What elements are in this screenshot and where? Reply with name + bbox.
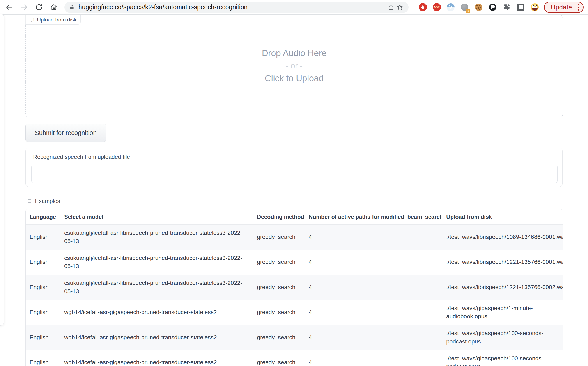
cookie-icon [475, 3, 482, 11]
table-row[interactable]: Englishcsukuangfj/icefall-asr-librispeec… [26, 250, 563, 275]
table-row[interactable]: Englishwgb14/icefall-asr-gigaspeech-prun… [26, 350, 563, 366]
forward-icon [20, 3, 28, 11]
table-cell: 4 [305, 350, 442, 366]
table-cell: 4 [305, 300, 442, 325]
examples-label: Examples [35, 198, 60, 205]
smiley-face-icon [531, 3, 539, 11]
table-cell: ./test_wavs/librispeech/1221-135766-0001… [442, 250, 563, 275]
lock-icon[interactable] [69, 4, 75, 10]
reload-button[interactable] [34, 2, 44, 12]
table-cell: 4 [305, 225, 442, 250]
abp-icon: ABP [433, 3, 441, 11]
table-cell: 4 [305, 275, 442, 300]
back-button[interactable] [4, 2, 14, 12]
table-header-row: LanguageSelect a modelDecoding methodNum… [26, 209, 563, 224]
recognized-speech-textbox[interactable] [31, 165, 558, 183]
menu-dots-icon[interactable] [578, 3, 579, 11]
audio-dropzone[interactable]: Drop Audio Here - or - Click to Upload [25, 15, 563, 117]
home-icon [50, 3, 58, 11]
examples-header: Examples [26, 198, 60, 205]
extensions-bar: ABP V 1 [413, 3, 539, 12]
list-icon [26, 198, 31, 204]
table-cell: ./test_wavs/gigaspeech/100-seconds-podca… [442, 325, 563, 350]
extension-adblock-hand[interactable] [418, 3, 427, 12]
home-button[interactable] [49, 2, 59, 12]
content-right-scroll-edge[interactable] [567, 15, 568, 366]
output-label: Recognized speech from uploaded file [33, 154, 130, 160]
browser-toolbar: huggingface.co/spaces/k2-fsa/automatic-s… [0, 0, 588, 15]
address-bar[interactable]: huggingface.co/spaces/k2-fsa/automatic-s… [64, 1, 409, 13]
table-cell: greedy_search [253, 250, 305, 275]
recognized-speech-panel: Recognized speech from uploaded file [25, 148, 563, 187]
back-icon [5, 3, 13, 11]
table-cell: ./test_wavs/librispeech/1221-135766-0002… [442, 275, 563, 300]
extension-github[interactable] [488, 3, 497, 12]
notification-badge: 1 [466, 8, 470, 13]
submit-for-recognition-button[interactable]: Submit for recognition [25, 124, 106, 142]
table-cell: 4 [305, 325, 442, 350]
reload-icon [35, 3, 43, 11]
bookmark-button[interactable] [395, 3, 404, 12]
star-icon [396, 4, 403, 11]
table-cell: ./test_wavs/gigaspeech/1-minute-audioboo… [442, 300, 563, 325]
table-row[interactable]: Englishwgb14/icefall-asr-gigaspeech-prun… [26, 325, 563, 350]
tab-upload-from-disk[interactable]: ♫ Upload from disk [25, 15, 81, 24]
table-cell: English [26, 325, 60, 350]
content-left-border [22, 15, 22, 366]
column-header: Number of active paths for modified_beam… [305, 209, 442, 224]
table-cell: English [26, 275, 60, 300]
forward-button[interactable] [19, 2, 29, 12]
table-cell: greedy_search [253, 325, 305, 350]
extension-cookie[interactable] [474, 3, 483, 12]
table-cell: csukuangfj/icefall-asr-librispeech-prune… [60, 250, 253, 275]
dropzone-text: Drop Audio Here - or - Click to Upload [26, 48, 563, 83]
table-cell: 4 [305, 250, 442, 275]
table-cell: greedy_search [253, 225, 305, 250]
extension-smiley[interactable] [530, 3, 539, 12]
column-header: Upload from disk [442, 209, 563, 224]
extension-window[interactable] [516, 3, 525, 12]
table-cell: English [26, 300, 60, 325]
v-icon: V [447, 3, 455, 11]
github-icon [489, 3, 497, 11]
examples-table: LanguageSelect a modelDecoding methodNum… [25, 209, 563, 366]
table-cell: English [26, 250, 60, 275]
table-body: Englishcsukuangfj/icefall-asr-librispeec… [26, 224, 563, 366]
column-header: Select a model [60, 209, 253, 224]
table-cell: English [26, 350, 60, 366]
window-frame-icon [517, 3, 524, 11]
extension-notification[interactable]: 1 [460, 3, 469, 12]
extension-puzzle[interactable] [502, 3, 511, 12]
table-cell: csukuangfj/icefall-asr-librispeech-prune… [60, 225, 253, 250]
table-row[interactable]: Englishcsukuangfj/icefall-asr-librispeec… [26, 274, 563, 300]
update-label: Update [551, 3, 572, 11]
table-row[interactable]: Englishwgb14/icefall-asr-gigaspeech-prun… [26, 300, 563, 325]
tab-label: Upload from disk [37, 17, 76, 23]
table-cell: greedy_search [253, 350, 305, 366]
extension-v[interactable]: V [446, 3, 455, 12]
table-cell: greedy_search [253, 300, 305, 325]
table-cell: wgb14/icefall-asr-gigaspeech-pruned-tran… [60, 325, 253, 350]
table-cell: greedy_search [253, 275, 305, 300]
update-button[interactable]: Update [544, 1, 584, 13]
table-row[interactable]: Englishcsukuangfj/icefall-asr-librispeec… [26, 224, 563, 250]
share-icon [388, 4, 394, 10]
puzzle-icon [503, 3, 511, 11]
click-to-upload-text: Click to Upload [26, 73, 563, 83]
table-cell: English [26, 225, 60, 250]
table-cell: csukuangfj/icefall-asr-librispeech-prune… [60, 275, 253, 300]
left-panel-edge [0, 14, 4, 326]
table-cell: ./test_wavs/gigaspeech/100-seconds-podca… [442, 350, 563, 366]
table-cell: ./test_wavs/librispeech/1089-134686-0001… [442, 225, 563, 250]
extension-abp[interactable]: ABP [432, 3, 441, 12]
hand-blocker-icon [419, 3, 427, 11]
column-header: Decoding method [253, 209, 305, 224]
table-cell: wgb14/icefall-asr-gigaspeech-pruned-tran… [60, 350, 253, 366]
url-text[interactable]: huggingface.co/spaces/k2-fsa/automatic-s… [78, 3, 387, 11]
music-note-icon: ♫ [30, 17, 34, 23]
column-header: Language [26, 209, 60, 224]
or-text: - or - [26, 61, 563, 70]
table-cell: wgb14/icefall-asr-gigaspeech-pruned-tran… [60, 300, 253, 325]
share-button[interactable] [387, 3, 395, 12]
drop-audio-here-text: Drop Audio Here [26, 48, 563, 58]
